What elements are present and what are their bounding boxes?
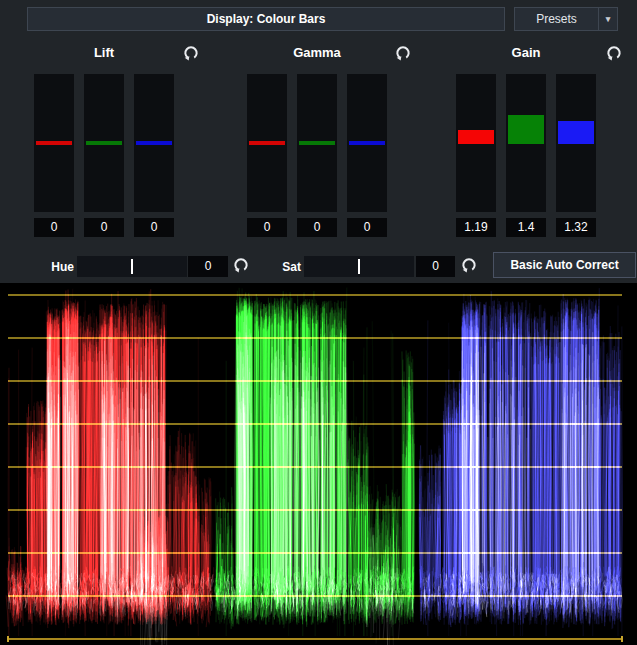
- lift-header: Lift: [34, 45, 174, 61]
- basic-auto-correct-button[interactable]: Basic Auto Correct: [493, 252, 636, 278]
- presets-button[interactable]: Presets ▾: [514, 7, 618, 31]
- gamma-blue-handle[interactable]: [349, 141, 385, 145]
- gain-red-handle[interactable]: [458, 130, 494, 144]
- gain-green-value[interactable]: 1.4: [506, 218, 546, 237]
- rgb-parade-waveform: [0, 283, 637, 645]
- reset-icon: [460, 256, 478, 274]
- reset-icon: [182, 44, 200, 62]
- lift-green-slider[interactable]: [84, 74, 124, 212]
- gamma-reset-button[interactable]: [394, 44, 412, 62]
- hue-label: Hue: [40, 260, 74, 274]
- gamma-green-slider[interactable]: [297, 74, 337, 212]
- reset-icon: [394, 44, 412, 62]
- gain-blue-handle[interactable]: [558, 121, 594, 144]
- lift-blue-value[interactable]: 0: [134, 218, 174, 237]
- gamma-header: Gamma: [247, 45, 387, 61]
- gain-green-slider[interactable]: [506, 74, 546, 212]
- hue-value[interactable]: 0: [188, 256, 228, 277]
- chevron-down-icon: ▾: [606, 14, 611, 24]
- lift-red-slider[interactable]: [34, 74, 74, 212]
- lift-green-value[interactable]: 0: [84, 218, 124, 237]
- gain-green-handle[interactable]: [508, 115, 544, 144]
- presets-dropdown-arrow[interactable]: ▾: [598, 8, 617, 30]
- reset-icon: [605, 44, 623, 62]
- sat-reset-button[interactable]: [460, 256, 478, 274]
- hue-reset-button[interactable]: [232, 256, 250, 274]
- gain-red-slider[interactable]: [456, 74, 496, 212]
- gain-red-value[interactable]: 1.19: [456, 218, 496, 237]
- sat-slider[interactable]: [304, 256, 414, 277]
- sat-label: Sat: [267, 260, 301, 274]
- hue-slider-marker[interactable]: [131, 259, 133, 274]
- display-mode-button[interactable]: Display: Colour Bars: [27, 7, 505, 31]
- gamma-green-value[interactable]: 0: [297, 218, 337, 237]
- hue-slider[interactable]: [77, 256, 187, 277]
- lift-red-value[interactable]: 0: [34, 218, 74, 237]
- lift-blue-handle[interactable]: [136, 141, 172, 145]
- gamma-red-slider[interactable]: [247, 74, 287, 212]
- gamma-green-handle[interactable]: [299, 141, 335, 145]
- lift-reset-button[interactable]: [182, 44, 200, 62]
- gamma-red-value[interactable]: 0: [247, 218, 287, 237]
- colour-correct-panel: Display: Colour Bars Presets ▾ Lift Gamm…: [0, 0, 637, 645]
- gain-reset-button[interactable]: [605, 44, 623, 62]
- gamma-blue-value[interactable]: 0: [347, 218, 387, 237]
- gain-blue-value[interactable]: 1.32: [556, 218, 596, 237]
- lift-red-handle[interactable]: [36, 141, 72, 145]
- presets-label: Presets: [515, 8, 598, 30]
- sat-slider-marker[interactable]: [358, 259, 360, 274]
- sat-value[interactable]: 0: [416, 256, 455, 277]
- lift-blue-slider[interactable]: [134, 74, 174, 212]
- gamma-blue-slider[interactable]: [347, 74, 387, 212]
- gain-header: Gain: [456, 45, 596, 61]
- lift-green-handle[interactable]: [86, 141, 122, 145]
- gamma-red-handle[interactable]: [249, 141, 285, 145]
- reset-icon: [232, 256, 250, 274]
- gain-blue-slider[interactable]: [556, 74, 596, 212]
